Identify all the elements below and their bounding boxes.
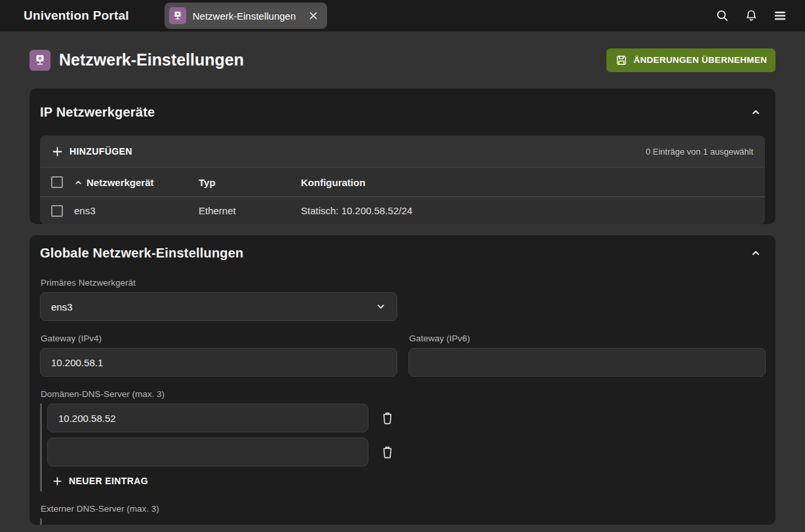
gateway-row: Gateway (IPv4) Gateway (IPv6) <box>40 333 765 377</box>
global-settings-form: Primäres Netzwerkgerät ens3 Gateway (IPv… <box>40 271 765 525</box>
sort-caret-up-icon <box>74 178 83 187</box>
table-row-ens3[interactable]: ens3 Ethernet Statisch: 10.200.58.52/24 <box>40 197 765 224</box>
main-content: IP Netzwerkgeräte HINZUFÜGEN 0 Einträge … <box>0 88 805 525</box>
cell-device: ens3 <box>74 205 199 216</box>
new-entry-button[interactable]: NEUER EINTRAG <box>47 474 148 487</box>
portal-title[interactable]: Univention Portal <box>24 9 129 23</box>
domain-dns-field: Domänen-DNS-Server (max. 3) <box>40 389 765 491</box>
section-title-global: Globale Netzwerk-Einstellungen <box>40 246 244 261</box>
list-item <box>47 404 765 432</box>
tab-label: Netzwerk-Einstellungen <box>193 10 296 22</box>
page-title: Netzwerk-Einstellungen <box>59 50 244 69</box>
gateway-ipv6-input[interactable] <box>408 348 766 377</box>
gateway-ipv4-field: Gateway (IPv4) <box>40 333 397 377</box>
menu-icon[interactable] <box>772 8 788 24</box>
apply-changes-label: ÄNDERUNGEN ÜBERNEHMEN <box>633 55 767 65</box>
new-entry-label: NEUER EINTRAG <box>69 476 148 486</box>
chevron-up-icon[interactable] <box>747 103 765 121</box>
network-settings-app-icon <box>169 7 186 24</box>
plus-icon <box>52 476 62 486</box>
section-global-settings: Globale Netzwerk-Einstellungen Primäres … <box>29 235 776 525</box>
section-head-ip-devices: IP Netzwerkgeräte <box>40 88 765 136</box>
search-icon[interactable] <box>715 8 730 24</box>
domain-dns-input-1[interactable] <box>47 404 368 432</box>
add-device-button[interactable]: HINZUFÜGEN <box>52 146 132 157</box>
domain-dns-list: NEUER EINTRAG <box>40 404 765 491</box>
gateway-ipv6-field: Gateway (IPv6) <box>408 333 766 377</box>
network-settings-app-icon <box>29 50 50 71</box>
primary-device-label: Primäres Netzwerkgerät <box>41 278 765 288</box>
section-title-ip-devices: IP Netzwerkgeräte <box>40 105 155 120</box>
primary-device-select[interactable]: ens3 <box>40 292 397 321</box>
trash-icon[interactable] <box>379 444 396 461</box>
bell-icon[interactable] <box>743 8 759 24</box>
external-dns-list <box>40 518 765 525</box>
page-header: Netzwerk-Einstellungen ÄNDERUNGEN ÜBERNE… <box>0 31 805 88</box>
primary-device-value: ens3 <box>51 301 73 313</box>
devices-grid-toolbar: HINZUFÜGEN 0 Einträge von 1 ausgewählt <box>40 136 765 168</box>
save-icon <box>615 54 628 67</box>
tab-netzwerk-einstellungen[interactable]: Netzwerk-Einstellungen <box>165 3 328 29</box>
close-icon[interactable] <box>305 7 322 24</box>
gateway-ipv4-input[interactable] <box>40 348 397 377</box>
devices-grid: HINZUFÜGEN 0 Einträge von 1 ausgewählt N… <box>40 136 765 224</box>
select-all-checkbox[interactable] <box>51 176 63 188</box>
selection-status: 0 Einträge von 1 ausgewählt <box>646 147 753 157</box>
gateway-ipv6-label: Gateway (IPv6) <box>409 333 766 343</box>
section-ip-devices: IP Netzwerkgeräte HINZUFÜGEN 0 Einträge … <box>29 88 776 224</box>
external-dns-label: Externer DNS-Server (max. 3) <box>41 504 765 514</box>
external-dns-field: Externer DNS-Server (max. 3) <box>40 504 765 525</box>
domain-dns-label: Domänen-DNS-Server (max. 3) <box>41 389 765 399</box>
gateway-ipv4-label: Gateway (IPv4) <box>41 333 397 343</box>
chevron-up-icon[interactable] <box>747 244 765 262</box>
cell-configuration: Statisch: 10.200.58.52/24 <box>301 205 754 216</box>
devices-grid-header: Netzwerkgerät Typ Konfiguration <box>40 168 765 197</box>
section-head-global: Globale Netzwerk-Einstellungen <box>40 235 765 271</box>
apply-changes-button[interactable]: ÄNDERUNGEN ÜBERNEHMEN <box>606 48 776 72</box>
domain-dns-input-2[interactable] <box>47 438 368 466</box>
topbar: Univention Portal Netzwerk-Einstellungen <box>0 0 805 31</box>
plus-icon <box>52 146 63 157</box>
list-item <box>47 438 765 466</box>
add-device-label: HINZUFÜGEN <box>69 146 132 157</box>
primary-device-field: Primäres Netzwerkgerät ens3 <box>40 278 765 321</box>
column-header-konfiguration[interactable]: Konfiguration <box>301 177 754 188</box>
chevron-down-icon <box>374 300 387 313</box>
row-checkbox[interactable] <box>51 205 63 217</box>
column-header-netzwerkgeraet[interactable]: Netzwerkgerät <box>74 177 199 188</box>
trash-icon[interactable] <box>379 409 396 427</box>
cell-type: Ethernet <box>199 205 301 216</box>
column-header-typ[interactable]: Typ <box>199 177 301 188</box>
